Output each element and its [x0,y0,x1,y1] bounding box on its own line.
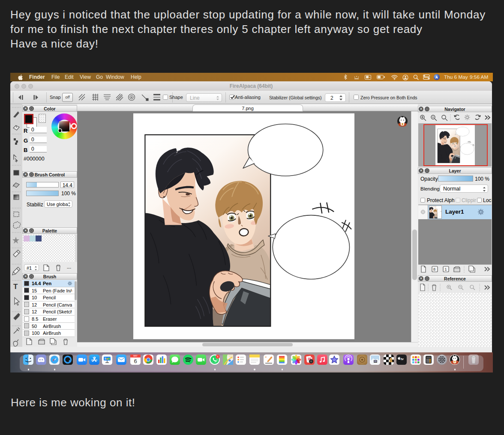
svg-text:MAY: MAY [133,355,138,357]
svg-text:“: “ [265,355,267,360]
svg-text:8: 8 [433,267,435,271]
svg-text:5: 5 [217,355,218,358]
svg-text:---: --- [67,265,71,270]
svg-text:1: 1 [445,267,447,271]
svg-text:T: T [13,283,18,291]
svg-text:tv: tv [401,357,404,361]
svg-text:6: 6 [134,358,137,364]
